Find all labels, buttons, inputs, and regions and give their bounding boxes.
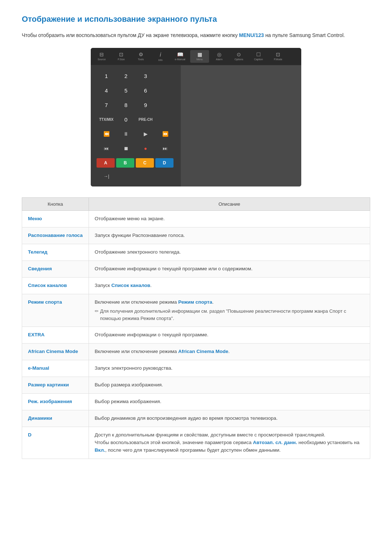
pmode-button[interactable]: ⊡ P.Mode [269,50,287,63]
button-label-emanual: e-Manual [22,360,89,377]
color-btn-b[interactable]: B [116,158,134,168]
numpad-row-2: 4 5 6 [97,83,175,97]
stop-button[interactable]: ⏹ [116,142,136,155]
desc-extra: Отображение информации о текущей програм… [89,327,370,344]
button-label-channel-list: Список каналов [22,278,89,294]
autorun-link: Автозап. сл. данн. [253,440,297,445]
col-header-description: Описание [89,198,370,211]
pause-button[interactable]: ⏸ [116,128,136,140]
button-label-speakers: Динамики [22,410,89,427]
ttx-mix-button[interactable]: TTX/MIX [97,112,116,126]
fast-forward-button[interactable]: ⏩ [155,128,175,140]
table-row: African Cinema Mode Включение или отключ… [22,344,370,360]
num-0[interactable]: 0 [116,112,136,126]
remote-top-bar: ⊟ Source ⊡ P.Size ⚙ Tools i Info 📖 e-Man… [91,48,301,65]
button-label-voice: Распознавание голоса [22,227,89,244]
emanual-button[interactable]: 📖 e-Manual [171,50,189,63]
numpad-row-3: 7 8 9 [97,98,175,112]
desc-pic-mode: Выбор режима изображения. [89,393,370,410]
intro-paragraph: Чтобы отобразить или воспользоваться пул… [22,31,370,39]
num-4[interactable]: 4 [97,83,116,97]
desc-info: Отображение информации о текущей програм… [89,261,370,278]
source-button[interactable]: ⊟ Source [92,50,111,63]
sports-mode-link: Режим спорта [178,299,212,305]
numpad-row-1: 1 2 3 [97,69,175,83]
desc-d: Доступ к дополнительным функциям и свойс… [89,427,370,459]
color-btn-a[interactable]: A [97,158,115,168]
table-row: Режим спорта Включение или отключение ре… [22,294,370,327]
arrow-row: →| [97,169,175,183]
desc-channel-list: Запуск Список каналов. [89,278,370,294]
num-9[interactable]: 9 [136,98,155,112]
remote-right-panel [181,65,301,186]
desc-sports: Включение или отключение режима Режим сп… [89,294,370,327]
desc-speakers: Выбор динамиков для воспроизведения ауди… [89,410,370,427]
desc-guide: Отображение электронного телегида. [89,244,370,261]
info-button[interactable]: i Info [151,50,170,63]
desc-menu: Отображение меню на экране. [89,211,370,227]
transport-row-2: ⏮ ⏹ ● ⏭ [97,141,175,155]
num-5[interactable]: 5 [116,83,136,97]
psize-button[interactable]: ⊡ P.Size [112,50,131,63]
color-buttons-row: A B C D [97,156,175,169]
sports-note: ✏ Для получения дополнительной информаци… [95,308,364,322]
rewind-button[interactable]: ⏪ [97,128,116,140]
caption-button[interactable]: ☐ Caption [249,50,268,63]
button-label-guide: Телегид [22,244,89,261]
desc-voice: Запуск функции Распознавание голоса. [89,227,370,244]
menu-button[interactable]: ▦ Menu [190,50,209,63]
button-label-pic-size: Размер картинки [22,377,89,393]
table-row: EXTRA Отображение информации о текущей п… [22,327,370,344]
num-8[interactable]: 8 [116,98,136,112]
color-btn-c[interactable]: C [136,158,154,168]
desc-emanual: Запуск электронного руководства. [89,360,370,377]
button-description-table: Кнопка Описание Меню Отображение меню на… [22,197,370,459]
button-label-info: Сведения [22,261,89,278]
num-3[interactable]: 3 [136,69,155,83]
transport-row-1: ⏪ ⏸ ▶ ⏩ [97,127,175,141]
col-header-button: Кнопка [22,198,89,211]
page-title: Отображение и использование экранного пу… [22,15,370,24]
play-button[interactable]: ▶ [136,128,155,140]
tools-button[interactable]: ⚙ Tools [131,50,150,63]
table-row: D Доступ к дополнительным функциям и сво… [22,427,370,459]
button-label-pic-mode: Реж. изображения [22,393,89,410]
table-row: Телегид Отображение электронного телегид… [22,244,370,261]
table-row: Сведения Отображение информации о текуще… [22,261,370,278]
table-row: e-Manual Запуск электронного руководства… [22,360,370,377]
desc-african-cinema: Включение или отключение режима African … [89,344,370,360]
arrow-button[interactable]: →| [97,171,116,181]
table-row: Список каналов Запуск Список каналов. [22,278,370,294]
table-row: Меню Отображение меню на экране. [22,211,370,227]
button-label-sports: Режим спорта [22,294,89,327]
remote-illustration: ⊟ Source ⊡ P.Size ⚙ Tools i Info 📖 e-Man… [22,48,370,186]
button-label-extra: EXTRA [22,327,89,344]
pre-ch-button[interactable]: PRE-CH [136,112,155,126]
numpad-row-4: TTX/MIX 0 PRE-CH [97,112,175,126]
num-7[interactable]: 7 [97,98,116,112]
button-label-african-cinema: African Cinema Mode [22,344,89,360]
table-row: Реж. изображения Выбор режима изображени… [22,393,370,410]
channel-list-link: Список каналов [111,283,150,288]
next-button[interactable]: ⏭ [155,142,175,155]
button-label-d: D [22,427,89,459]
color-btn-d[interactable]: D [155,158,173,168]
prev-button[interactable]: ⏮ [97,142,116,155]
options-button[interactable]: ⊙ Options [229,50,248,63]
num-1[interactable]: 1 [97,69,116,83]
table-row: Динамики Выбор динамиков для воспроизвед… [22,410,370,427]
num-2[interactable]: 2 [116,69,136,83]
on-link: Вкл. [95,447,105,453]
button-label-menu: Меню [22,211,89,227]
alarm-button[interactable]: ◎ Alarm [210,50,229,63]
desc-pic-size: Выбор размера изображения. [89,377,370,393]
num-6[interactable]: 6 [136,83,155,97]
table-row: Размер картинки Выбор размера изображени… [22,377,370,393]
table-row: Распознавание голоса Запуск функции Расп… [22,227,370,244]
note-icon: ✏ [95,308,99,315]
record-button[interactable]: ● [136,142,155,155]
african-cinema-link: African Cinema Mode [178,349,228,354]
